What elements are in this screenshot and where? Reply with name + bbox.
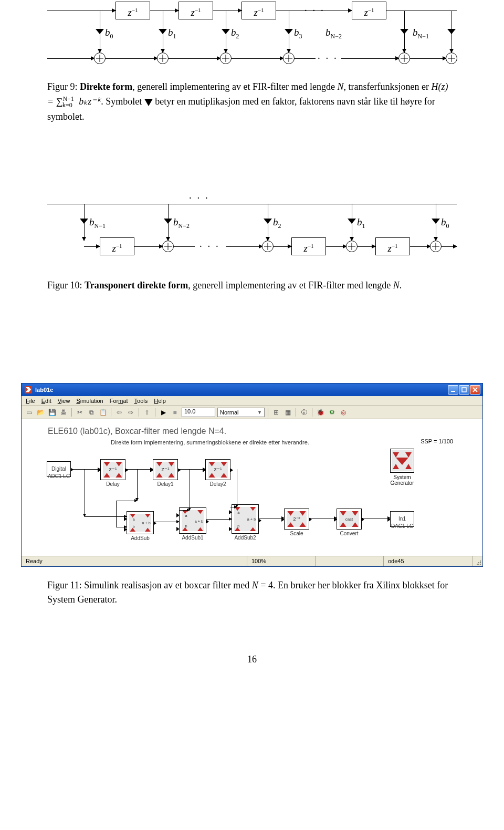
- multiplier-icon: [80, 219, 88, 224]
- multiplier-icon: [164, 219, 172, 224]
- svg-marker-32: [197, 510, 203, 514]
- svg-text:a + b: a + b: [142, 521, 151, 525]
- coefficient-label: b2: [273, 216, 281, 230]
- toolbar: ▭ 📂 💾 🖶 ✂ ⧉ 📋 ⇦ ⇨ ⇧ ▶ ■ 10.0 Normal▼ ⊞ ▦…: [22, 406, 482, 419]
- delay-block[interactable]: z⁻¹ Delay: [100, 459, 125, 480]
- maximize-button[interactable]: [459, 385, 469, 395]
- ellipsis: · · ·: [189, 192, 209, 204]
- convert-block[interactable]: cast Convert: [337, 509, 362, 530]
- adder-icon: [262, 241, 274, 252]
- build-icon[interactable]: ⚙: [327, 408, 337, 417]
- svg-marker-8: [405, 464, 412, 469]
- minimize-button[interactable]: [448, 385, 458, 395]
- coefficient-label: b2: [231, 27, 239, 40]
- new-icon[interactable]: ▭: [24, 408, 34, 417]
- print-icon[interactable]: 🖶: [59, 408, 68, 417]
- open-icon[interactable]: 📂: [36, 408, 45, 417]
- svg-marker-11: [103, 473, 110, 478]
- svg-rect-0: [451, 391, 455, 392]
- addsub1-block[interactable]: aba + b AddSub1: [179, 507, 206, 534]
- svg-marker-22: [220, 473, 227, 478]
- copy-icon[interactable]: ⧉: [87, 408, 96, 417]
- menu-edit[interactable]: Edit: [41, 398, 51, 404]
- library-icon[interactable]: ▦: [283, 408, 292, 417]
- menubar: File Edit View Simulation Format Tools H…: [22, 396, 482, 406]
- menu-file[interactable]: File: [26, 398, 35, 404]
- svg-rect-59: [478, 562, 479, 563]
- adder-icon: [94, 53, 106, 64]
- svg-marker-41: [250, 527, 256, 531]
- window-titlebar[interactable]: lab01c: [22, 383, 482, 396]
- redo-icon[interactable]: ⇨: [126, 408, 135, 417]
- simulation-mode-select[interactable]: Normal▼: [217, 408, 265, 417]
- svg-text:a: a: [237, 510, 240, 514]
- svg-marker-53: [352, 522, 358, 527]
- dac-block[interactable]: In1 DAC1 LC: [390, 511, 414, 527]
- svg-text:a: a: [185, 513, 187, 517]
- multiplier-icon: [222, 29, 230, 34]
- svg-marker-4: [393, 452, 399, 458]
- delay-box: z−1: [100, 237, 134, 255]
- menu-view[interactable]: View: [58, 398, 70, 404]
- statusbar: Ready 100% ode45: [22, 556, 482, 566]
- menu-help[interactable]: Help: [154, 398, 166, 404]
- figure-9-caption: Figur 9: Direkte form, generell implemen…: [47, 80, 457, 124]
- svg-marker-52: [340, 522, 346, 527]
- status-zoom: 100%: [247, 556, 316, 566]
- svg-marker-50: [340, 511, 346, 516]
- window-title: lab01c: [35, 387, 53, 393]
- menu-tools[interactable]: Tools: [134, 398, 148, 404]
- multiplier-icon: [144, 99, 153, 106]
- multiplier-icon: [159, 29, 167, 34]
- chevron-down-icon: ▼: [257, 410, 262, 415]
- status-ready: Ready: [22, 556, 247, 566]
- model-explorer-icon[interactable]: 🛈: [299, 408, 309, 417]
- svg-text:b: b: [185, 523, 187, 528]
- menu-format[interactable]: Format: [110, 398, 128, 404]
- multiplier-icon: [348, 219, 356, 224]
- nav-up-icon[interactable]: ⇧: [142, 408, 152, 417]
- target-icon[interactable]: ◎: [339, 408, 348, 417]
- adc-block[interactable]: Digital ADC1 LC: [47, 461, 71, 477]
- multiplier-icon: [96, 29, 104, 34]
- addsub2-block[interactable]: aba + b AddSub2: [232, 504, 259, 534]
- paste-icon[interactable]: 📋: [98, 408, 108, 417]
- stop-icon[interactable]: ■: [170, 408, 180, 417]
- resize-grip-icon[interactable]: [473, 556, 482, 566]
- svg-marker-51: [352, 511, 358, 516]
- multiplier-icon: [447, 29, 456, 34]
- adder-icon: [446, 53, 457, 64]
- delay-box: z−1: [291, 237, 326, 255]
- save-icon[interactable]: 💾: [47, 408, 57, 417]
- svg-marker-17: [168, 473, 174, 478]
- coefficient-label: b0: [441, 216, 449, 230]
- svg-text:z⁻¹: z⁻¹: [214, 465, 222, 472]
- adder-icon: [346, 241, 358, 252]
- play-icon[interactable]: ▶: [159, 408, 168, 417]
- system-generator-block[interactable]: SystemGenerator: [390, 449, 414, 473]
- adder-icon: [283, 53, 295, 64]
- svg-text:z⁻¹: z⁻¹: [162, 465, 170, 472]
- simulation-time-input[interactable]: 10.0: [182, 408, 215, 417]
- addsub-block[interactable]: aba + b AddSub: [127, 511, 154, 534]
- delay1-block[interactable]: z⁻¹ Delay1: [153, 459, 178, 480]
- figure-10-diagram: · · · bN−1 bN−2 b2 b1 b0 z−1 · · · z−1 z…: [47, 193, 457, 267]
- cut-icon[interactable]: ✂: [75, 408, 85, 417]
- svg-text:cast: cast: [345, 516, 353, 521]
- page-number: 16: [47, 654, 457, 665]
- ssp-label: SSP = 1/100: [421, 438, 453, 444]
- canvas-subtitle: Direkte form implementering, summeringsb…: [111, 439, 309, 445]
- adder-icon: [157, 53, 169, 64]
- svg-rect-57: [477, 564, 478, 565]
- zoom-icon[interactable]: ⊞: [271, 408, 281, 417]
- svg-marker-7: [393, 464, 399, 469]
- debug-icon[interactable]: 🐞: [316, 408, 325, 417]
- svg-text:a: a: [133, 517, 135, 521]
- coefficient-label: b0: [105, 27, 113, 40]
- close-button[interactable]: [470, 385, 480, 395]
- undo-icon[interactable]: ⇦: [114, 408, 124, 417]
- simulink-canvas[interactable]: ELE610 (lab01c), Boxcar-filter med lengd…: [22, 419, 482, 556]
- menu-simulation[interactable]: Simulation: [76, 398, 103, 404]
- scale-block[interactable]: 2⁻² Scale: [284, 509, 309, 530]
- delay2-block[interactable]: z⁻¹ Delay2: [205, 459, 230, 480]
